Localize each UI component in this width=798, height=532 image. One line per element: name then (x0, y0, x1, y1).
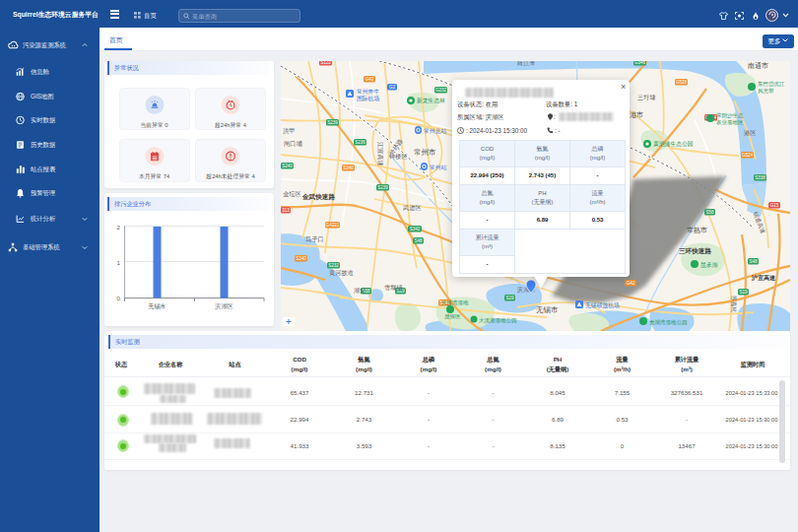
svg-text:常州北站: 常州北站 (424, 128, 446, 135)
svg-text:贡湖湾湿地公园: 贡湖湾湿地公园 (649, 319, 688, 326)
svg-text:无锡市: 无锡市 (148, 302, 166, 310)
svg-text:常熟市: 常熟市 (687, 226, 707, 234)
svg-text:农业基地区: 农业基地区 (716, 119, 744, 125)
svg-text:国际机场: 国际机场 (357, 95, 379, 102)
svg-text:金坛区: 金坛区 (283, 190, 301, 197)
svg-text:金武快速路: 金武快速路 (301, 193, 335, 201)
svg-text:0: 0 (117, 295, 121, 301)
svg-text:沪宜高速: 沪宜高速 (751, 274, 776, 282)
svg-text:常阴沙生态: 常阴沙生态 (716, 112, 744, 119)
svg-text:S236: S236 (355, 140, 366, 145)
svg-text:G4221: G4221 (326, 223, 340, 228)
svg-text:黄河故道: 黄河故道 (329, 269, 354, 277)
svg-text:无锡硕放机场: 无锡硕放机场 (585, 301, 620, 309)
svg-text:三圩埭: 三圩埭 (637, 94, 656, 100)
svg-text:黄泗浦生态公园: 黄泗浦生态公园 (653, 141, 694, 148)
svg-text:风光带: 风光带 (758, 88, 774, 95)
svg-text:南通市: 南通市 (748, 61, 768, 69)
svg-text:313: 313 (282, 208, 290, 213)
svg-text:S338: S338 (755, 175, 765, 180)
svg-text:大溪湾湿地: 大溪湾湿地 (441, 299, 469, 306)
svg-text:S48: S48 (414, 238, 423, 243)
svg-text:洪甲: 洪甲 (283, 127, 295, 135)
svg-text:S19: S19 (739, 290, 748, 295)
svg-text:S239: S239 (377, 185, 388, 190)
svg-text:1: 1 (117, 259, 121, 266)
svg-text:G232: G232 (435, 88, 447, 93)
svg-text:无锡市: 无锡市 (536, 305, 559, 314)
svg-text:港市: 港市 (630, 110, 643, 119)
svg-text:S232: S232 (328, 263, 339, 268)
svg-text:S340: S340 (343, 166, 354, 170)
svg-text:S342: S342 (410, 227, 421, 232)
svg-text:S239: S239 (327, 120, 338, 125)
svg-text:S48: S48 (749, 259, 758, 264)
svg-text:常州站: 常州站 (430, 165, 447, 171)
svg-text:大溪港湿地公园: 大溪港湿地公园 (479, 317, 517, 324)
svg-text:G346: G346 (634, 61, 646, 65)
svg-text:港区: 港区 (744, 129, 756, 137)
svg-text:G15: G15 (770, 203, 779, 208)
svg-text:2: 2 (117, 224, 121, 231)
svg-text:S340: S340 (296, 256, 306, 261)
svg-text:三环快速路: 三环快速路 (679, 247, 711, 255)
svg-text:S122: S122 (320, 61, 331, 65)
svg-text:G528: G528 (676, 80, 688, 85)
svg-text:闸口埔: 闸口埔 (284, 140, 302, 148)
svg-text:昆承湖: 昆承湖 (700, 261, 718, 269)
svg-text:苏嘉杭: 苏嘉杭 (730, 296, 737, 313)
svg-text:滨湖区: 滨湖区 (214, 302, 233, 310)
svg-text:东巴岱滨江: 东巴岱滨江 (757, 81, 785, 88)
svg-text:常州市: 常州市 (414, 148, 436, 157)
svg-text:G524: G524 (742, 153, 754, 158)
svg-text:度假区: 度假区 (444, 313, 461, 320)
svg-text:S58: S58 (705, 210, 714, 215)
svg-text:G2: G2 (389, 85, 396, 90)
svg-text:雪堰镇: 雪堰镇 (384, 284, 403, 292)
svg-text:新龙生态林: 新龙生态林 (417, 98, 445, 103)
svg-text:湖父: 湖父 (354, 287, 366, 294)
svg-text:S240: S240 (282, 164, 293, 168)
svg-text:G42: G42 (627, 281, 635, 286)
svg-text:G42: G42 (366, 77, 374, 82)
svg-text:武进区: 武进区 (402, 204, 422, 212)
svg-text:马子口: 马子口 (305, 235, 324, 243)
svg-text:常州奔牛: 常州奔牛 (357, 89, 379, 95)
svg-text:S19: S19 (505, 296, 514, 300)
svg-text:江宜高速: 江宜高速 (376, 142, 384, 166)
